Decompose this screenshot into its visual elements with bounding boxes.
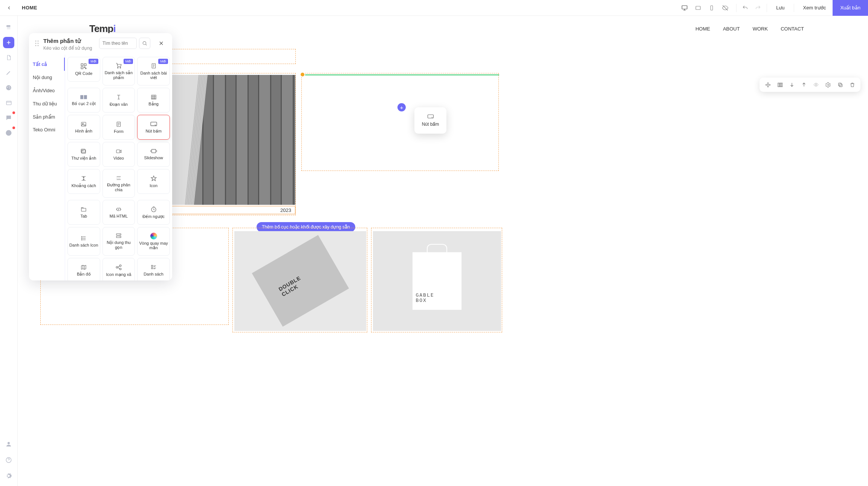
back-button[interactable] [3, 2, 15, 14]
undo-button[interactable] [739, 2, 752, 14]
svg-rect-1 [696, 6, 700, 9]
redo-button[interactable] [752, 2, 764, 14]
svg-rect-2 [711, 6, 712, 10]
visibility-off-icon[interactable] [719, 2, 732, 14]
device-mobile[interactable] [705, 2, 718, 14]
preview-button[interactable]: Xem trước [796, 0, 833, 16]
svg-rect-0 [682, 6, 687, 9]
top-bar: HOME Lưu Xem trước Xuất bản [0, 0, 868, 16]
page-title: HOME [22, 5, 37, 11]
device-desktop[interactable] [678, 2, 691, 14]
publish-button[interactable]: Xuất bản [833, 0, 868, 16]
save-button[interactable]: Lưu [769, 0, 791, 16]
device-tablet[interactable] [692, 2, 704, 14]
